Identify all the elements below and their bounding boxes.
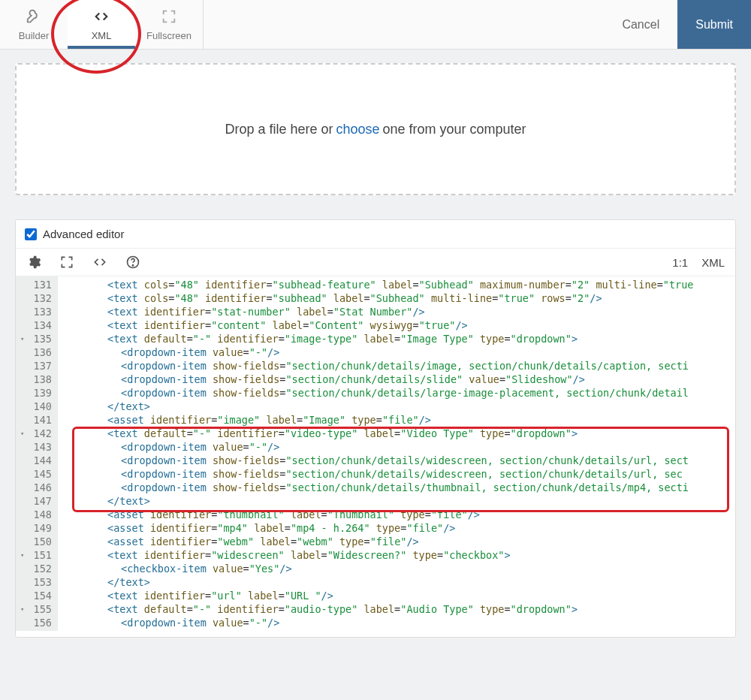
submit-button[interactable]: Submit [677, 0, 751, 49]
code-line[interactable]: <asset identifier="thumbnail" label="Thu… [62, 508, 735, 521]
editor-cursor-position: 1:1 [672, 256, 688, 269]
fullscreen-icon [161, 8, 177, 27]
code-line[interactable]: <text identifier="stat-number" label="St… [62, 305, 735, 318]
code-line[interactable]: <asset identifier="mp4" label="mp4 - h.2… [62, 521, 735, 535]
topbar: Builder XML Fullscreen Cancel Submit [0, 0, 751, 50]
help-icon[interactable] [125, 255, 140, 270]
code-line[interactable]: <checkbox-item value="Yes"/> [62, 562, 735, 575]
code-line[interactable]: <text default="-" identifier="video-type… [62, 427, 735, 440]
code-toggle-icon[interactable] [92, 255, 107, 270]
code-line[interactable]: <dropdown-item show-fields="section/chun… [62, 454, 735, 467]
gear-icon[interactable] [26, 255, 41, 270]
expand-icon[interactable] [59, 255, 74, 270]
panel-header: Advanced editor [16, 220, 735, 249]
code-editor[interactable]: 1311321331341351361371381391401411421431… [16, 276, 735, 637]
code-line[interactable]: <asset identifier="webm" label="webm" ty… [62, 535, 735, 548]
tab-fullscreen-label: Fullscreen [146, 30, 192, 41]
code-line[interactable]: </text> [62, 400, 735, 413]
tab-xml[interactable]: XML [68, 0, 135, 49]
code-line[interactable]: <text cols="48" identifier="subhead-feat… [62, 278, 735, 291]
code-line[interactable]: <dropdown-item show-fields="section/chun… [62, 359, 735, 373]
code-line[interactable]: </text> [62, 494, 735, 508]
code-line[interactable]: <dropdown-item value="-"/> [62, 616, 735, 629]
line-gutter: 1311321331341351361371381391401411421431… [16, 276, 58, 631]
advanced-editor-checkbox[interactable] [25, 228, 37, 240]
advanced-editor-panel: Advanced editor 1:1 XML 1311321331341351… [15, 219, 736, 638]
code-line[interactable]: <dropdown-item show-fields="section/chun… [62, 373, 735, 386]
svg-point-1 [132, 265, 133, 266]
code-line[interactable]: <dropdown-item show-fields="section/chun… [62, 386, 735, 400]
file-dropzone[interactable]: Drop a file here or choose one from your… [15, 63, 736, 195]
page-content: Drop a file here or choose one from your… [0, 50, 751, 638]
wrench-icon [26, 8, 42, 27]
code-icon [93, 8, 110, 27]
tab-builder-label: Builder [19, 30, 49, 41]
code-line[interactable]: <text cols="48" identifier="subhead" lab… [62, 291, 735, 305]
code-line[interactable]: <text identifier="url" label="URL "/> [62, 589, 735, 602]
tab-fullscreen[interactable]: Fullscreen [135, 0, 203, 49]
code-area[interactable]: <text cols="48" identifier="subhead-feat… [58, 276, 735, 631]
choose-file-link[interactable]: choose [336, 122, 379, 137]
dropzone-text-before: Drop a file here or [225, 122, 333, 137]
code-line[interactable]: <text identifier="content" label="Conten… [62, 318, 735, 332]
code-line[interactable]: <text default="-" identifier="audio-type… [62, 602, 735, 616]
code-line[interactable]: <asset identifier="image" label="Image" … [62, 413, 735, 427]
code-line[interactable]: <dropdown-item show-fields="section/chun… [62, 467, 735, 481]
code-line[interactable]: <dropdown-item value="-"/> [62, 345, 735, 359]
tab-builder[interactable]: Builder [0, 0, 68, 49]
code-line[interactable]: </text> [62, 575, 735, 589]
editor-language: XML [701, 256, 725, 269]
code-line[interactable]: <text default="-" identifier="image-type… [62, 332, 735, 345]
code-line[interactable]: <dropdown-item value="-"/> [62, 440, 735, 454]
cancel-button[interactable]: Cancel [604, 0, 677, 49]
code-line[interactable]: <text identifier="widescreen" label="Wid… [62, 548, 735, 562]
tab-xml-label: XML [92, 30, 112, 41]
dropzone-text-after: one from your computer [383, 122, 526, 137]
code-line[interactable]: <dropdown-item show-fields="section/chun… [62, 481, 735, 494]
panel-title: Advanced editor [43, 228, 124, 240]
tab-group: Builder XML Fullscreen [0, 0, 204, 49]
editor-toolbar: 1:1 XML [16, 249, 735, 276]
